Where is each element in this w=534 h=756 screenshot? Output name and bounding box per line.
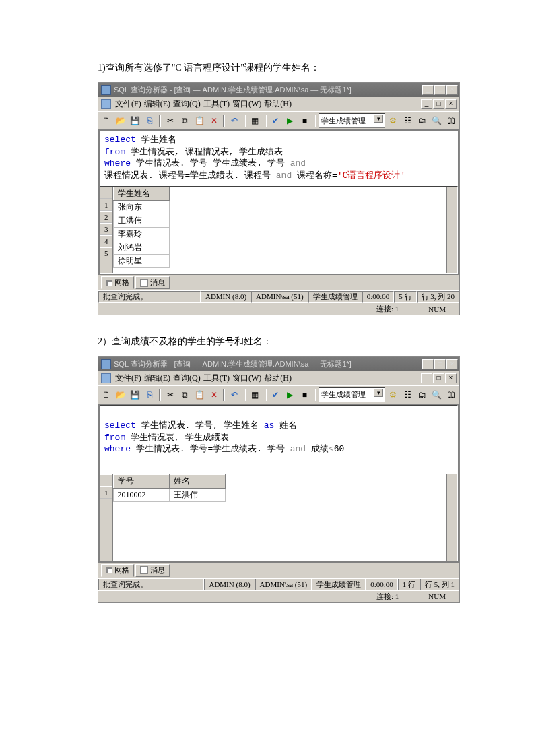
objbrowser-icon[interactable]: 🗂 xyxy=(415,388,429,402)
save-all-icon[interactable]: ⎘ xyxy=(143,388,157,402)
open-icon[interactable]: 📂 xyxy=(114,114,128,127)
database-combo[interactable]: 学生成绩管理 xyxy=(319,113,385,128)
statusbar-2: 连接: 1 NUM xyxy=(98,303,459,315)
results-icon[interactable]: ▦ xyxy=(248,114,262,127)
parse-icon[interactable]: ✔ xyxy=(269,114,283,127)
grid-icon xyxy=(106,280,112,286)
cut-icon[interactable]: ✂ xyxy=(164,114,177,127)
sql-editor[interactable]: select 学生姓名from 学生情况表, 课程情况表, 学生成绩表where… xyxy=(100,131,458,186)
vertical-scrollbar[interactable] xyxy=(446,474,457,561)
status-pos: 行 5, 列 1 xyxy=(420,579,459,590)
menu-window[interactable]: 窗口(W) xyxy=(232,98,261,110)
close-button[interactable]: × xyxy=(446,85,458,95)
stop-icon[interactable]: ■ xyxy=(298,388,312,402)
help-icon[interactable]: 🕮 xyxy=(444,114,458,127)
mdi-minimize-button[interactable]: _ xyxy=(421,99,432,109)
status-rows: 1 行 xyxy=(398,579,420,590)
stop-icon[interactable]: ■ xyxy=(298,114,312,127)
clear-icon[interactable]: ✕ xyxy=(207,388,221,402)
cut-icon[interactable]: ✂ xyxy=(164,388,177,402)
objbrowser-icon[interactable]: 🗂 xyxy=(415,114,429,127)
copy-icon[interactable]: ⧉ xyxy=(178,114,192,127)
sql-editor[interactable]: select 学生情况表. 学号, 学生姓名 as 姓名from 学生情况表, … xyxy=(100,405,458,474)
database-combo-value: 学生成绩管理 xyxy=(321,116,366,126)
menu-file[interactable]: 文件(F) xyxy=(115,373,141,384)
help-icon[interactable]: 🕮 xyxy=(444,388,458,402)
titlebar[interactable]: SQL 查询分析器 - [查询 — ADMIN.学生成绩管理.ADMIN\sa … xyxy=(98,83,459,97)
copy-icon[interactable]: ⧉ xyxy=(178,388,192,402)
mdi-maximize-button[interactable]: □ xyxy=(433,99,444,109)
tab-messages[interactable]: 消息 xyxy=(135,276,170,289)
table-row: 徐明星 xyxy=(113,255,169,268)
menu-help[interactable]: 帮助(H) xyxy=(264,373,292,384)
mdi-minimize-button[interactable]: _ xyxy=(421,373,432,383)
status-pos: 行 3, 列 20 xyxy=(417,291,460,303)
new-icon[interactable]: 🗋 xyxy=(100,114,113,127)
results-grid[interactable]: 学号姓名 2010002王洪伟 xyxy=(113,474,447,561)
status-conn: 连接: 1 xyxy=(376,592,399,602)
parse-icon[interactable]: ✔ xyxy=(269,388,283,402)
menu-tools[interactable]: 工具(T) xyxy=(203,98,230,110)
menubar: 文件(F) 编辑(E) 查询(Q) 工具(T) 窗口(W) 帮助(H) _ □ … xyxy=(98,371,459,385)
row-numbers: 1 xyxy=(100,474,113,561)
mdi-close-button[interactable]: × xyxy=(445,373,457,383)
plan-icon[interactable]: ⚙ xyxy=(387,388,400,402)
menu-tools[interactable]: 工具(T) xyxy=(203,373,230,384)
mdi-maximize-button[interactable]: □ xyxy=(433,373,444,383)
results-grid[interactable]: 学生姓名 张向东 王洪伟 李嘉玲 刘鸿岩 徐明星 xyxy=(113,187,447,273)
database-combo-value: 学生成绩管理 xyxy=(321,389,366,400)
table-row: 李嘉玲 xyxy=(113,228,169,241)
menubar: 文件(F) 编辑(E) 查询(Q) 工具(T) 窗口(W) 帮助(H) _ □ … xyxy=(98,97,459,111)
app-icon xyxy=(101,359,111,369)
new-icon[interactable]: 🗋 xyxy=(100,388,113,402)
mdi-close-button[interactable]: × xyxy=(445,99,457,109)
paste-icon[interactable]: 📋 xyxy=(193,388,206,402)
menu-window[interactable]: 窗口(W) xyxy=(232,373,261,384)
trace-icon[interactable]: ☷ xyxy=(401,388,415,402)
clear-icon[interactable]: ✕ xyxy=(207,114,221,127)
undo-icon[interactable]: ↶ xyxy=(228,114,241,127)
find-icon[interactable]: 🔍 xyxy=(430,388,444,402)
plan-icon[interactable]: ⚙ xyxy=(387,114,400,127)
results-icon[interactable]: ▦ xyxy=(248,388,262,402)
col-header[interactable]: 姓名 xyxy=(169,474,225,488)
menu-file[interactable]: 文件(F) xyxy=(115,98,141,110)
status-msg: 批查询完成。 xyxy=(98,579,204,590)
status-user: ADMIN\sa (51) xyxy=(255,579,312,590)
mdi-icon xyxy=(101,99,111,109)
titlebar[interactable]: SQL 查询分析器 - [查询 — ADMIN.学生成绩管理.ADMIN\sa … xyxy=(98,357,459,371)
find-icon[interactable]: 🔍 xyxy=(430,114,444,127)
save-icon[interactable]: 💾 xyxy=(129,114,142,127)
vertical-scrollbar[interactable] xyxy=(446,187,457,273)
maximize-button[interactable]: □ xyxy=(434,359,446,369)
tab-grid[interactable]: 网格 xyxy=(101,564,134,577)
save-all-icon[interactable]: ⎘ xyxy=(143,114,157,127)
minimize-button[interactable]: _ xyxy=(422,85,434,95)
menu-edit[interactable]: 编辑(E) xyxy=(144,373,170,384)
tab-grid[interactable]: 网格 xyxy=(101,276,134,289)
maximize-button[interactable]: □ xyxy=(434,85,446,95)
execute-icon[interactable]: ▶ xyxy=(283,388,297,402)
undo-icon[interactable]: ↶ xyxy=(228,388,241,402)
minimize-button[interactable]: _ xyxy=(422,359,434,369)
status-rows: 5 行 xyxy=(394,291,416,303)
col-header[interactable]: 学生姓名 xyxy=(113,187,169,201)
menu-help[interactable]: 帮助(H) xyxy=(264,98,292,110)
menu-query[interactable]: 查询(Q) xyxy=(173,373,201,384)
open-icon[interactable]: 📂 xyxy=(114,388,128,402)
save-icon[interactable]: 💾 xyxy=(129,388,142,402)
status-server: ADMIN (8.0) xyxy=(201,291,251,303)
menu-query[interactable]: 查询(Q) xyxy=(173,98,201,110)
trace-icon[interactable]: ☷ xyxy=(401,114,415,127)
sql-analyzer-window-1: SQL 查询分析器 - [查询 — ADMIN.学生成绩管理.ADMIN\sa … xyxy=(98,82,460,315)
tab-messages[interactable]: 消息 xyxy=(135,564,170,577)
database-combo[interactable]: 学生成绩管理 xyxy=(319,387,385,402)
execute-icon[interactable]: ▶ xyxy=(283,114,297,127)
col-header[interactable]: 学号 xyxy=(113,474,169,488)
status-num: NUM xyxy=(428,592,446,600)
menu-edit[interactable]: 编辑(E) xyxy=(144,98,170,110)
close-button[interactable]: × xyxy=(446,359,458,369)
paste-icon[interactable]: 📋 xyxy=(193,114,206,127)
status-msg: 批查询完成。 xyxy=(98,291,201,303)
table-row: 王洪伟 xyxy=(113,214,169,228)
